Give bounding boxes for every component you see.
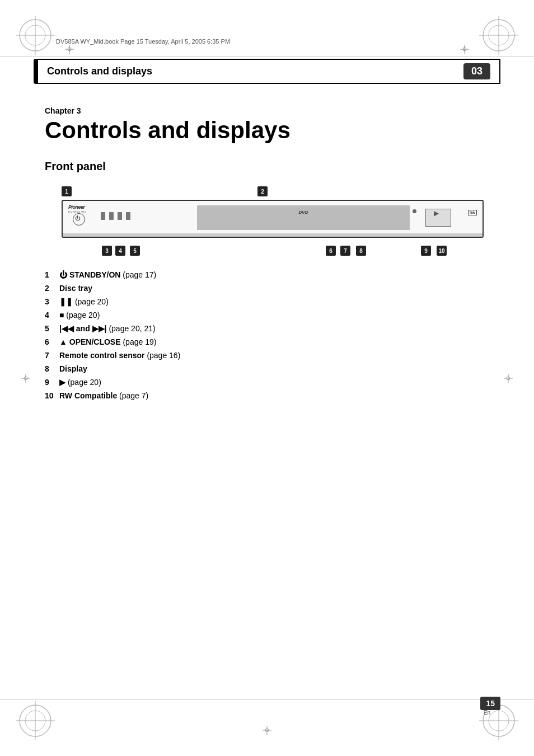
list-item: 4 ■ (page 20) — [45, 311, 489, 320]
list-item: 3 ❚❚ (page 20) — [45, 297, 489, 306]
rw-badge: RW — [468, 210, 477, 215]
panel-box: Pioneer DV585A WY ⏻ DVD — [62, 200, 484, 238]
list-item: 8 Display — [45, 364, 489, 373]
header-title-box: Controls and displays 03 — [38, 59, 500, 84]
header-left-bar — [34, 59, 38, 84]
disc-slot: DVD — [197, 205, 410, 230]
corner-deco-bl — [16, 701, 55, 740]
top-rule — [0, 56, 534, 57]
num-badge-3: 3 — [102, 246, 112, 256]
dvd-label: DVD — [299, 210, 308, 215]
list-item: 6 ▲ OPEN/CLOSE (page 19) — [45, 337, 489, 346]
page-lang: En — [484, 710, 490, 716]
page-header: Controls and displays 03 — [34, 59, 500, 84]
reg-mark-bottom — [263, 726, 271, 735]
page-number: 15 — [480, 697, 500, 710]
items-list: 1 ⏻ STANDBY/ON (page 17) 2 Disc tray 3 ❚… — [45, 270, 489, 400]
header-title: Controls and displays — [47, 65, 152, 77]
header-chapter-num: 03 — [463, 63, 490, 79]
num-badge-5: 5 — [130, 246, 140, 256]
list-item: 10 RW Compatible (page 7) — [45, 391, 489, 400]
list-item: 2 Disc tray — [45, 284, 489, 293]
power-icon: ⏻ — [75, 215, 80, 221]
reg-mark-top-right — [460, 45, 469, 54]
btn-stop — [109, 212, 114, 220]
bottom-rule — [0, 699, 534, 700]
front-panel-diagram: 1 2 Pioneer DV585A WY ⏻ DVD — [45, 184, 489, 257]
btn-next — [126, 212, 130, 220]
chapter-label: Chapter 3 — [45, 106, 489, 115]
reg-mark-top-left — [65, 45, 74, 54]
num-badge-7: 7 — [340, 246, 350, 256]
num-badge-10: 10 — [437, 246, 447, 256]
list-item: 5 |◀◀ and ▶▶| (page 20, 21) — [45, 324, 489, 333]
num-badge-4: 4 — [115, 246, 125, 256]
control-buttons — [101, 212, 130, 220]
main-content: Chapter 3 Controls and displays Front pa… — [45, 90, 489, 405]
corner-deco-tr — [479, 16, 518, 55]
reg-mark-left — [21, 374, 30, 383]
chapter-title: Controls and displays — [45, 118, 489, 143]
btn-pause — [101, 212, 105, 220]
pioneer-logo: Pioneer — [68, 204, 85, 210]
btn-prev — [118, 212, 122, 220]
play-button-icon: ▶ — [434, 209, 439, 217]
list-item: 7 Remote control sensor (page 16) — [45, 351, 489, 360]
num-badge-8: 8 — [356, 246, 366, 256]
num-badge-6: 6 — [326, 246, 336, 256]
list-item: 1 ⏻ STANDBY/ON (page 17) — [45, 270, 489, 279]
num-badge-9: 9 — [421, 246, 431, 256]
corner-deco-tl — [16, 16, 55, 55]
num-badge-1: 1 — [62, 186, 72, 196]
open-btn — [413, 209, 416, 213]
reg-mark-right — [504, 374, 513, 383]
meta-line: DV585A WY_Mid.book Page 15 Tuesday, Apri… — [56, 38, 230, 45]
num-badge-2: 2 — [257, 186, 268, 196]
bottom-panel-slot — [63, 233, 483, 237]
list-item: 9 ▶ (page 20) — [45, 378, 489, 387]
open-area — [413, 209, 416, 213]
section-title-front-panel: Front panel — [45, 160, 489, 173]
